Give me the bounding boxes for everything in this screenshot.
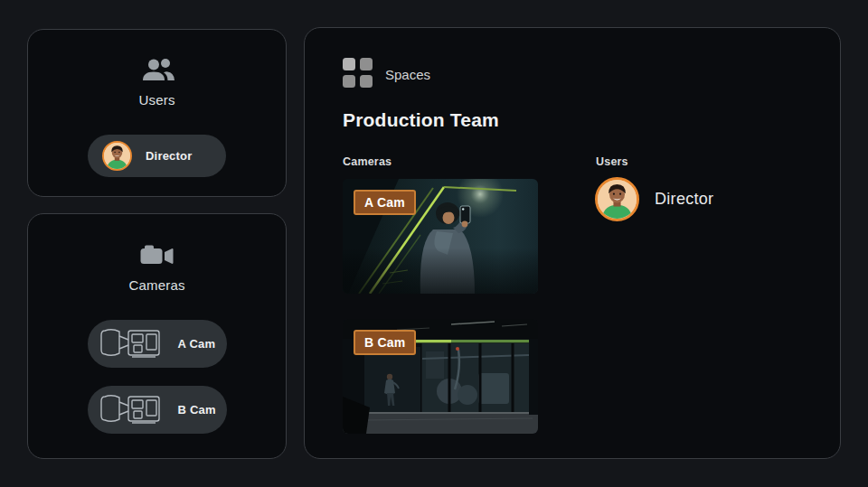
users-section-label: Users — [596, 155, 628, 168]
space-user-director[interactable]: Director — [595, 177, 713, 221]
b-cam-badge: B Cam — [354, 330, 416, 355]
spaces-panel: Spaces Production Team Cameras Users — [304, 27, 841, 459]
spaces-grid-icon — [343, 58, 373, 91]
director-avatar — [595, 177, 639, 221]
user-name: Director — [655, 190, 713, 209]
b-cam-feed-thumbnail[interactable]: B Cam — [343, 319, 538, 434]
videocam-icon — [140, 244, 175, 271]
spaces-label: Spaces — [385, 67, 430, 82]
cine-camera-outline-icon — [99, 389, 170, 431]
spaces-header[interactable]: Spaces — [343, 58, 430, 91]
camera-pill-label: B Cam — [178, 403, 216, 417]
people-icon — [139, 57, 175, 86]
cine-camera-outline-icon — [99, 323, 170, 365]
camera-pill-label: A Cam — [178, 337, 216, 351]
camera-pill-b-cam[interactable]: B Cam — [88, 386, 227, 434]
cameras-panel: Cameras A Cam — [27, 213, 287, 459]
users-panel-title: Users — [138, 92, 175, 108]
a-cam-badge: A Cam — [354, 190, 416, 215]
camera-pill-a-cam[interactable]: A Cam — [88, 320, 227, 368]
user-pill-label: Director — [146, 149, 192, 163]
space-title: Production Team — [343, 109, 499, 131]
a-cam-feed-thumbnail[interactable]: A Cam — [343, 179, 538, 294]
cameras-panel-title: Cameras — [128, 277, 184, 293]
cameras-section-label: Cameras — [343, 155, 392, 168]
users-panel: Users Director — [27, 29, 287, 197]
user-pill-director[interactable]: Director — [88, 135, 226, 177]
app-root: { "colors": { "page_bg": "#14161a", "pan… — [0, 0, 868, 487]
director-avatar — [102, 141, 132, 171]
